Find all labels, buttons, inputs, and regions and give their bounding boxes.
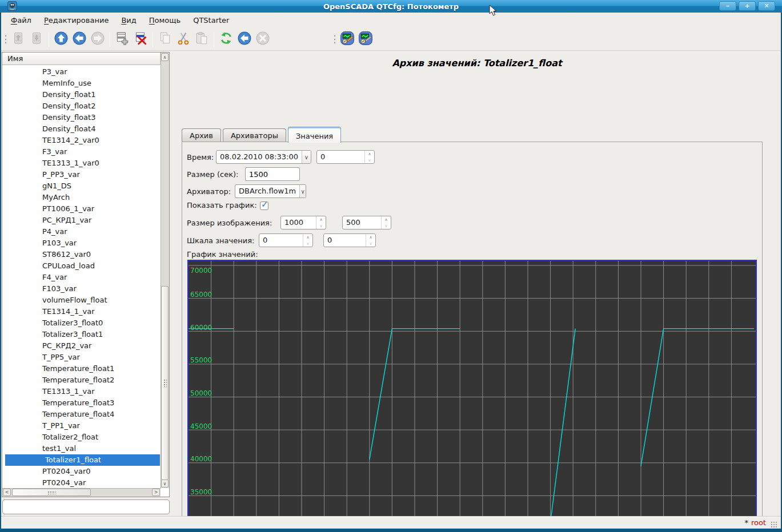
scrollbar-thumb[interactable] xyxy=(161,286,169,480)
scroll-up-icon[interactable]: ∧ xyxy=(161,53,169,61)
show-graph-checkbox[interactable]: ✓ xyxy=(260,201,268,210)
tree-item[interactable]: test1_val xyxy=(2,443,161,454)
tree-item[interactable]: F3_var xyxy=(2,146,161,158)
tree-item[interactable]: Temperature_float4 xyxy=(2,409,161,420)
qtconfig-button[interactable] xyxy=(356,30,375,49)
toolbar-handle[interactable] xyxy=(332,33,337,46)
tree-horizontal-scrollbar[interactable]: < > xyxy=(2,488,161,497)
tab-inactive[interactable]: Архив xyxy=(182,128,221,142)
tree-item[interactable]: Density_float4 xyxy=(2,123,161,135)
cut-button[interactable] xyxy=(174,30,193,49)
tree-item[interactable]: P4_var xyxy=(2,226,161,237)
start-button[interactable] xyxy=(235,30,254,49)
tree-item[interactable]: CPULoad_load xyxy=(2,260,161,272)
up-button[interactable] xyxy=(52,30,70,49)
tree-vertical-scrollbar[interactable]: ∧ ∨ xyxy=(161,53,169,488)
tree-item[interactable]: Temperature_float2 xyxy=(2,374,161,386)
delete-item-button[interactable] xyxy=(131,30,150,49)
chevron-down-icon[interactable]: ∨ xyxy=(302,151,311,163)
image-width-spinbox[interactable]: 1000 ∧∨ xyxy=(280,216,326,229)
tree-item[interactable]: P3_var xyxy=(2,66,161,78)
menu-item[interactable]: Вид xyxy=(115,13,142,28)
toolbar-separator xyxy=(49,32,49,47)
maximize-button[interactable]: + xyxy=(739,1,756,11)
menu-item[interactable]: Помощь xyxy=(143,13,187,28)
scrollbar-thumb[interactable] xyxy=(12,489,91,496)
tree-item[interactable]: PT0204_var xyxy=(2,477,161,488)
tabbar: АрхивАрхиваторыЗначения xyxy=(182,126,343,142)
statusbar: *root xyxy=(1,516,781,529)
tree-item[interactable]: P103_var xyxy=(2,237,161,249)
tree-item[interactable]: TE1314_1_var xyxy=(2,306,161,317)
time-usec-spinbox[interactable]: 0 ∧∨ xyxy=(316,150,375,164)
size-label: Размер (сек): xyxy=(187,167,238,182)
tree-item[interactable]: Totalizer2_float xyxy=(2,432,161,443)
tree-item[interactable]: Temperature_float3 xyxy=(2,397,161,409)
tree-item[interactable]: Totalizer3_float0 xyxy=(2,317,161,329)
tree-item[interactable]: TE1314_2_var0 xyxy=(2,135,161,146)
close-button[interactable]: ✕ xyxy=(758,1,775,11)
tree-filter-input[interactable] xyxy=(2,499,170,514)
tree-item[interactable]: PC_КРД1_var xyxy=(2,215,161,226)
tree-item[interactable]: F103_var xyxy=(2,283,161,295)
tab-active[interactable]: Значения xyxy=(288,127,341,143)
qtvision-button[interactable] xyxy=(338,30,356,49)
spinner-buttons[interactable]: ∧∨ xyxy=(316,216,326,229)
tree-item[interactable]: Temperature_float1 xyxy=(2,363,161,374)
menu-item[interactable]: QTStarter xyxy=(187,13,235,28)
scroll-down-icon[interactable]: ∨ xyxy=(161,479,169,487)
stop-button[interactable] xyxy=(254,30,272,49)
spinner-buttons[interactable]: ∧∨ xyxy=(366,234,375,247)
tree-item[interactable]: PT0204_var0 xyxy=(2,466,161,477)
back-button[interactable] xyxy=(70,30,89,49)
chevron-down-icon[interactable]: ∨ xyxy=(299,185,306,198)
tree-item[interactable]: Density_float2 xyxy=(2,100,161,112)
paste-icon xyxy=(194,31,209,47)
menu-item[interactable]: Редактирование xyxy=(38,13,115,28)
tree-item[interactable]: TE1313_1_var0 xyxy=(2,158,161,169)
archiver-combobox[interactable]: DBArch.flow1m ∨ xyxy=(235,184,306,198)
tree-item[interactable]: MyArch xyxy=(2,192,161,203)
tree-item[interactable]: MemInfo_use xyxy=(2,78,161,89)
paste-button[interactable] xyxy=(193,30,211,49)
spinner-buttons[interactable]: ∧∨ xyxy=(303,234,312,247)
scale-from-spinbox[interactable]: 0 ∧∨ xyxy=(259,233,313,247)
image-height-spinbox[interactable]: 500 ∧∨ xyxy=(342,216,391,229)
tree-item[interactable]: Totalizer3_float1 xyxy=(2,329,161,340)
spinner-buttons[interactable]: ∧∨ xyxy=(364,151,374,163)
copy-button[interactable] xyxy=(156,30,174,49)
page-title: Архив значений: Totalizer1_float xyxy=(173,58,781,68)
scroll-right-icon[interactable]: > xyxy=(152,489,160,496)
tree-item[interactable]: T_PP5_var xyxy=(2,352,161,363)
reload-button[interactable] xyxy=(217,30,235,49)
tree-item[interactable]: Density_float1 xyxy=(2,89,161,100)
toolbar-handle[interactable] xyxy=(3,33,8,46)
add-item-button[interactable] xyxy=(113,30,131,49)
tree-item[interactable]: PT1006_1_var xyxy=(2,203,161,215)
spinner-buttons[interactable]: ∧∨ xyxy=(381,216,391,229)
tree-item[interactable]: Totalizer1_float xyxy=(5,454,160,466)
tree-item[interactable]: ST8612_var0 xyxy=(2,249,161,260)
tree-item[interactable]: PC_КРД2_var xyxy=(2,340,161,352)
main-content: Архив значений: Totalizer1_float АрхивАр… xyxy=(173,51,781,516)
tree-item[interactable]: P_PP3_var xyxy=(2,169,161,180)
resize-grip[interactable] xyxy=(771,521,777,528)
forward-button[interactable] xyxy=(89,30,107,49)
size-input[interactable] xyxy=(245,167,300,181)
scale-to-spinbox[interactable]: 0 ∧∨ xyxy=(323,233,376,247)
time-combobox[interactable]: 08.02.2010 08:33:00 ∨ xyxy=(216,150,311,164)
tree-item[interactable]: TE1313_1_var xyxy=(2,386,161,397)
tree-item[interactable]: T_PP1_var xyxy=(2,420,161,432)
tree-item[interactable]: Density_float3 xyxy=(2,112,161,123)
menu-item[interactable]: Файл xyxy=(5,13,38,28)
tree-item[interactable]: volumeFlow_float xyxy=(2,295,161,306)
svg-text:70000: 70000 xyxy=(190,267,212,275)
tree-item[interactable]: gN1_DS xyxy=(2,180,161,192)
load-button[interactable] xyxy=(9,30,27,49)
save-button[interactable] xyxy=(27,30,46,49)
tree-item[interactable]: F4_var xyxy=(2,272,161,283)
minimize-button[interactable]: – xyxy=(719,1,736,11)
image-width-value: 1000 xyxy=(281,216,316,229)
scroll-left-icon[interactable]: < xyxy=(3,489,11,496)
tab-inactive[interactable]: Архиваторы xyxy=(223,128,286,142)
